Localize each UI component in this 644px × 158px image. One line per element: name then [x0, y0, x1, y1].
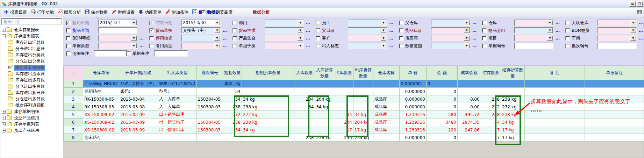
cell[interactable]: 34 kg	[353, 111, 373, 118]
cell[interactable]: 17 kg	[353, 126, 373, 134]
cell[interactable]: 期末结存	[83, 134, 119, 142]
cell[interactable]	[524, 126, 585, 134]
cell[interactable]: 4	[64, 103, 83, 111]
dropdown-arrow-icon[interactable]: ▼	[630, 28, 636, 33]
dropdown-arrow-icon[interactable]: ▼	[630, 20, 636, 25]
cell[interactable]: 单位: kg	[223, 80, 242, 88]
sidebar-item-批次序列追踪帐[interactable]: 批次序列追踪帐	[0, 102, 63, 108]
filter-field-出入标志[interactable]: ▼	[348, 43, 387, 49]
cell[interactable]	[294, 111, 315, 118]
sidebar-item-仓库存量报表[interactable]: +仓库存量报表	[0, 27, 63, 33]
filter-checkbox-BOM物资[interactable]	[565, 28, 570, 33]
cell[interactable]	[353, 80, 373, 88]
more-options-button[interactable]: …	[306, 36, 310, 41]
cell[interactable]	[315, 111, 334, 118]
dropdown-arrow-icon[interactable]: ▼	[464, 36, 470, 41]
cell[interactable]: XS-150309-02	[83, 111, 119, 118]
sidebar-item-分仓进出多日账[interactable]: 分仓进出多日账	[0, 96, 63, 102]
expand-icon[interactable]: +	[2, 28, 6, 32]
sidebar-item-库存进出流水账[interactable]: 库存进出流水账	[0, 71, 63, 77]
sidebar-item-库存进出汇总账[interactable]: 库存进出汇总账	[0, 39, 63, 45]
data-analysis-button[interactable]: 数据分析	[253, 9, 270, 15]
cell[interactable]	[585, 88, 644, 95]
filter-checkbox-关联仓库[interactable]	[565, 21, 570, 25]
cell[interactable]: 0.00	[457, 103, 481, 111]
more-options-button[interactable]: …	[472, 28, 477, 33]
filter-field-客户[interactable]: ▼	[348, 35, 387, 41]
more-options-button[interactable]: …	[223, 43, 227, 48]
filter-checkbox-出入标志[interactable]	[316, 44, 320, 48]
filter-field-单据编号[interactable]	[514, 43, 553, 49]
more-options-button[interactable]: …	[639, 36, 643, 41]
filter-field-数量范围[interactable]: ▼	[431, 43, 470, 49]
cell[interactable]: 34 kg	[242, 95, 294, 103]
filter-checkbox-项目[interactable]	[482, 36, 487, 41]
filter-field-项目[interactable]: ▼	[514, 35, 553, 41]
cell[interactable]: 入 - 入库单	[158, 103, 196, 111]
more-options-button[interactable]: …	[223, 36, 227, 41]
cell[interactable]: 2015-03-04	[119, 95, 158, 103]
filter-checkbox-单据编号[interactable]	[482, 44, 487, 48]
cell[interactable]: 17	[481, 134, 501, 142]
filter-checkbox-货品选择[interactable]: ✓	[149, 28, 154, 33]
toolbar-button-打印功能[interactable]: 打印功能	[29, 9, 56, 16]
filter-field-货品目录[interactable]: ▼	[431, 27, 470, 34]
cell[interactable]: 6	[64, 118, 83, 126]
more-options-button[interactable]: …	[472, 36, 477, 41]
filter-checkbox-单据类型[interactable]	[66, 44, 71, 48]
filter-field-产品集合[interactable]: ▼	[265, 35, 304, 41]
dropdown-arrow-icon[interactable]: ▼	[214, 43, 220, 48]
dropdown-arrow-icon[interactable]: ▼	[298, 36, 303, 41]
restore-button[interactable]: ❐	[636, 1, 643, 7]
cell[interactable]	[315, 118, 334, 126]
cell[interactable]: 出 - 销售出库	[158, 118, 196, 126]
cell[interactable]: 204 kg	[353, 118, 373, 126]
sidebar-item-分仓进出多月账[interactable]: 分仓进出多月账	[0, 83, 63, 89]
filter-field-部门[interactable]: ▼	[265, 20, 304, 26]
cell[interactable]	[242, 80, 294, 88]
cell[interactable]	[196, 134, 223, 142]
filter-checkbox-明细备注[interactable]	[66, 51, 71, 56]
filter-field-员工[interactable]: ▼	[348, 20, 387, 26]
sidebar-item-库存进出报表[interactable]: −库存进出报表	[0, 33, 63, 39]
expand-icon[interactable]: +	[2, 129, 6, 132]
cell[interactable]	[501, 88, 525, 95]
cell[interactable]: 条码:	[119, 88, 158, 95]
dropdown-arrow-icon[interactable]: ▼	[131, 43, 137, 48]
filter-field-起始日期[interactable]: 2015/ 3/ 1▼	[98, 20, 137, 26]
cell[interactable]	[334, 95, 353, 103]
filter-checkbox-车间[interactable]	[565, 36, 570, 41]
cell[interactable]	[524, 134, 585, 142]
filter-field-仓库[interactable]: ▼	[514, 20, 553, 26]
cell[interactable]: 580	[426, 111, 457, 118]
dropdown-arrow-icon[interactable]: ▼	[298, 20, 303, 25]
collapse-icon[interactable]: −	[2, 34, 6, 38]
cell[interactable]	[457, 134, 481, 142]
cell[interactable]: RK-150304-05	[83, 95, 119, 103]
cell[interactable]	[294, 126, 315, 134]
toolbar-button-时间设置[interactable]: 时间设置	[110, 9, 137, 16]
cell[interactable]: 34 kg	[315, 103, 334, 111]
dropdown-arrow-icon[interactable]: ▼	[381, 36, 386, 41]
sidebar-item-库存进出明细账[interactable]: 库存进出明细账	[0, 64, 63, 71]
filter-checkbox-父目录[interactable]	[316, 28, 320, 33]
filter-field-BOM明细[interactable]: ▼	[98, 35, 137, 41]
cell[interactable]: 238 kg	[315, 134, 334, 142]
cell[interactable]	[585, 118, 644, 126]
dropdown-arrow-icon[interactable]: ▼	[381, 43, 386, 48]
cell[interactable]	[158, 134, 196, 142]
more-options-button[interactable]: …	[306, 43, 310, 48]
cell[interactable]: 204 kg	[315, 95, 334, 103]
cell[interactable]: 0.000000	[400, 95, 427, 103]
dropdown-arrow-icon[interactable]: ▼	[547, 36, 553, 41]
filter-checkbox-起始日期[interactable]: ✓	[66, 21, 71, 25]
minimize-button[interactable]: ▬	[629, 1, 636, 7]
cell[interactable]	[524, 118, 585, 126]
filter-field-明细备注[interactable]	[94, 50, 128, 57]
cell[interactable]: 0.00	[457, 95, 481, 103]
filter-field-车间[interactable]: ▼	[598, 35, 637, 41]
cell[interactable]: RK-150308-03	[83, 103, 119, 111]
more-options-button[interactable]: …	[306, 28, 310, 33]
cell[interactable]: -	[196, 111, 223, 118]
filter-checkbox-货品目录[interactable]	[399, 28, 403, 33]
